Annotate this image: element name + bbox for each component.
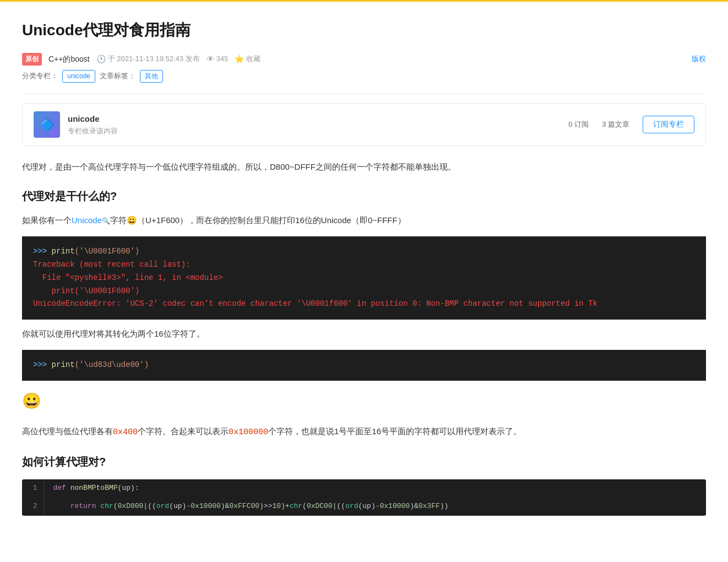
code-row-1: 1 def nonBMPtoBMP(up): xyxy=(22,479,706,498)
terminal-block-2: >>> print('\ud83d\ude00') xyxy=(22,350,706,381)
article-body: 代理对，是由一个高位代理字符与一个低位代理字符组成的。所以，D800~DFFF之… xyxy=(22,159,706,516)
section1-desc1: 如果你有一个Unicode🔍字符😀（U+1F600），而在你的控制台里只能打印1… xyxy=(22,213,706,228)
column-left: 🔷 unicode 专栏收录该内容 xyxy=(34,111,118,138)
code-block-dark: 1 def nonBMPtoBMP(up): 2 return chr(0xD8… xyxy=(22,479,706,516)
column-stats: 0 订阅 3 篇文章 订阅专栏 xyxy=(568,116,694,133)
subscribe-btn[interactable]: 订阅专栏 xyxy=(643,116,694,133)
article-title: Unicode代理对食用指南 xyxy=(22,18,706,43)
section1-desc3-after: 个字符，也就是说1号平面至16号平面的字符都可以用代理对表示了。 xyxy=(268,426,521,436)
section1-desc2: 你就可以使用代理对将其转化为两个16位字符了。 xyxy=(22,326,706,341)
unicode-link[interactable]: Unicode xyxy=(72,215,102,225)
meta-row: 原创 C++的boost 🕐 于 2021-11-13 19:52:43 发布 … xyxy=(22,53,706,66)
views-count: 👁 345 xyxy=(207,53,229,65)
article-count: 3 篇文章 xyxy=(602,119,629,131)
section1-desc1-before: 如果你有一个 xyxy=(22,215,72,225)
author-name: C++的boost xyxy=(48,53,90,65)
original-badge: 原创 xyxy=(22,53,42,66)
article-tag[interactable]: 其他 xyxy=(140,70,163,83)
section1-desc3: 高位代理与低位代理各有0x400个字符。合起来可以表示0x100000个字符，也… xyxy=(22,424,706,440)
page-wrapper: Unicode代理对食用指南 原创 C++的boost 🕐 于 2021-11-… xyxy=(0,0,728,562)
code-table: 1 def nonBMPtoBMP(up): 2 return chr(0xD8… xyxy=(22,479,706,516)
column-desc: 专栏收录该内容 xyxy=(68,126,118,137)
hex1: 0x400 xyxy=(113,428,138,437)
emoji-output: 😀 xyxy=(22,387,706,415)
eye-icon: 👁 xyxy=(207,53,214,65)
tags-row: 分类专栏： unicode 文章标签： 其他 xyxy=(22,70,706,83)
category-label: 分类专栏： xyxy=(22,71,58,82)
copyright-link[interactable]: 版权 xyxy=(692,53,706,65)
column-avatar: 🔷 xyxy=(34,111,60,138)
code-row-2: 2 return chr(0xD800|((ord(up)-0x10000)&0… xyxy=(22,498,706,516)
section1-desc1-after: 字符😀（U+1F600），而在你的控制台里只能打印16位的Unicode（即0~… xyxy=(110,215,406,225)
line-code-1: def nonBMPtoBMP(up): xyxy=(44,479,706,498)
divider-1 xyxy=(22,94,706,94)
line-num-2: 2 xyxy=(22,498,44,516)
section2-heading: 如何计算代理对? xyxy=(22,453,706,471)
hex2: 0x100000 xyxy=(229,428,268,437)
category-tag[interactable]: unicode xyxy=(62,70,95,83)
emoji-smiley: 😀 xyxy=(22,392,41,409)
section1-heading: 代理对是干什么的? xyxy=(22,187,706,205)
terminal-block-1: >>> print('\U0001F600') Traceback (most … xyxy=(22,236,706,320)
column-name: unicode xyxy=(68,112,118,126)
collect-btn[interactable]: ⭐ 收藏 xyxy=(235,53,260,65)
column-info: unicode 专栏收录该内容 xyxy=(68,112,118,137)
line-code-2: return chr(0xD800|((ord(up)-0x10000)&0xF… xyxy=(44,498,706,516)
section1-desc3-mid: 个字符。合起来可以表示 xyxy=(138,426,229,436)
search-icon: 🔍 xyxy=(102,217,110,225)
clock-icon: 🕐 xyxy=(96,53,106,65)
section1-desc3-before: 高位代理与低位代理各有 xyxy=(22,426,113,436)
star-icon: ⭐ xyxy=(235,53,244,65)
subscribe-count: 0 订阅 xyxy=(568,119,589,131)
published-at: 🕐 于 2021-11-13 19:52:43 发布 xyxy=(96,53,200,65)
intro-paragraph: 代理对，是由一个高位代理字符与一个低位代理字符组成的。所以，D800~DFFF之… xyxy=(22,159,706,174)
column-avatar-icon: 🔷 xyxy=(40,115,55,134)
line-num-1: 1 xyxy=(22,479,44,498)
article-tag-label: 文章标签： xyxy=(100,71,135,82)
column-card: 🔷 unicode 专栏收录该内容 0 订阅 3 篇文章 订阅专栏 xyxy=(22,103,706,146)
